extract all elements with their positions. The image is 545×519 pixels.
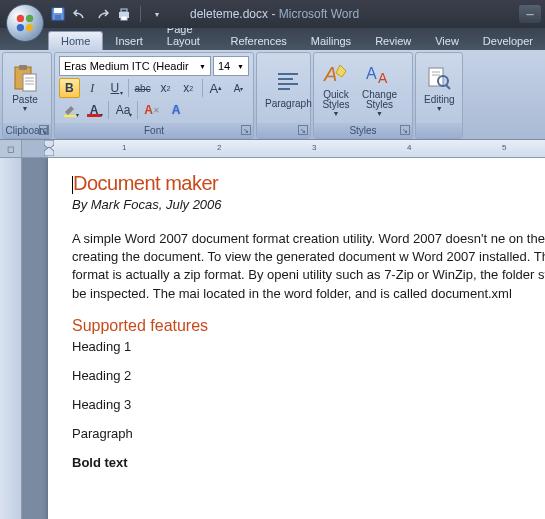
text-effects-button[interactable]: A (165, 100, 187, 120)
svg-rect-9 (121, 16, 127, 20)
minimize-button[interactable]: ─ (519, 5, 541, 23)
svg-line-28 (446, 85, 450, 89)
group-styles: A Quick Styles ▼ AA Change Styles ▼ Styl… (313, 52, 413, 139)
chevron-down-icon: ▼ (22, 105, 29, 112)
doc-byline[interactable]: By Mark Focas, July 2006 (72, 197, 545, 212)
paste-icon (11, 64, 39, 92)
doc-text-line[interactable]: Heading 1 (72, 339, 545, 354)
svg-rect-5 (54, 8, 62, 13)
doc-paragraph[interactable]: A simple Word 2007 document format creat… (72, 230, 545, 303)
chevron-down-icon: ▼ (333, 110, 340, 117)
tab-developer[interactable]: Developer (471, 32, 545, 50)
font-color-button[interactable]: A▾ (83, 100, 105, 120)
grow-font-button[interactable]: A▴ (205, 78, 226, 98)
svg-point-0 (17, 15, 24, 22)
tab-insert[interactable]: Insert (103, 32, 155, 50)
clear-formatting-button[interactable]: A✕ (141, 100, 163, 120)
doc-heading-1[interactable]: Document maker (72, 172, 545, 195)
chevron-down-icon: ▼ (436, 105, 443, 112)
doc-text-line[interactable]: Bold text (72, 455, 545, 470)
group-editing: Editing ▼ (415, 52, 463, 139)
office-button[interactable] (6, 4, 44, 42)
tab-view[interactable]: View (423, 32, 471, 50)
page-container[interactable]: Document maker By Mark Focas, July 2006 … (22, 158, 545, 519)
svg-rect-11 (19, 65, 27, 70)
quick-access-toolbar: ▾ (50, 6, 165, 22)
styles-launcher[interactable]: ↘ (400, 125, 410, 135)
group-label-clipboard: Clipboard↘ (3, 123, 51, 138)
tab-references[interactable]: References (219, 32, 299, 50)
page[interactable]: Document maker By Mark Focas, July 2006 … (48, 158, 545, 519)
group-label-font: Font↘ (55, 123, 253, 138)
tab-mailings[interactable]: Mailings (299, 32, 363, 50)
underline-button[interactable]: U▾ (105, 78, 126, 98)
print-icon[interactable] (116, 6, 132, 22)
title-bar: ▾ deleteme.docx - Microsoft Word ─ (0, 0, 545, 28)
svg-marker-30 (44, 147, 54, 156)
group-label-paragraph: ↘ (257, 123, 310, 138)
paragraph-icon (274, 68, 302, 96)
document-area: ◻ 1 2 3 4 5 Document maker By Mark Focas… (0, 140, 545, 519)
find-icon (425, 64, 453, 92)
chevron-down-icon: ▼ (376, 110, 383, 117)
change-styles-button[interactable]: AA Change Styles ▼ (358, 58, 401, 119)
ribbon-tabs: Home Insert Page Layout References Maili… (0, 28, 545, 50)
qat-customize-icon[interactable]: ▾ (149, 6, 165, 22)
svg-rect-12 (23, 74, 36, 91)
doc-text-line[interactable]: Heading 3 (72, 397, 545, 412)
tab-home[interactable]: Home (48, 31, 103, 50)
group-paragraph: Paragraph ↘ (256, 52, 311, 139)
highlight-button[interactable]: ▾ (59, 100, 81, 120)
paste-button[interactable]: Paste ▼ (7, 62, 43, 114)
horizontal-ruler[interactable]: 1 2 3 4 5 (22, 140, 545, 158)
superscript-button[interactable]: x2 (178, 78, 199, 98)
app-name: Microsoft Word (279, 7, 359, 21)
doc-heading-2[interactable]: Supported features (72, 317, 545, 335)
ruler-corner[interactable]: ◻ (0, 140, 21, 158)
quick-styles-icon: A (322, 60, 350, 88)
file-name: deleteme.docx (190, 7, 268, 21)
save-icon[interactable] (50, 6, 66, 22)
window-title: deleteme.docx - Microsoft Word (190, 7, 359, 21)
quick-styles-button[interactable]: A Quick Styles ▼ (318, 58, 354, 119)
ribbon: Paste ▼ Clipboard↘ Eras Medium ITC (Head… (0, 50, 545, 140)
font-launcher[interactable]: ↘ (241, 125, 251, 135)
group-font: Eras Medium ITC (Headir▼ 14▼ B I U▾ abc … (54, 52, 254, 139)
change-case-button[interactable]: Aa▾ (112, 100, 134, 120)
doc-text-line[interactable]: Heading 2 (72, 368, 545, 383)
font-size-selector[interactable]: 14▼ (213, 56, 249, 76)
svg-point-2 (17, 24, 24, 31)
redo-icon[interactable] (94, 6, 110, 22)
group-label-styles: Styles↘ (314, 123, 412, 138)
vertical-ruler[interactable]: ◻ (0, 140, 22, 519)
svg-text:A: A (366, 65, 377, 82)
svg-rect-6 (55, 15, 61, 20)
svg-text:A: A (378, 70, 388, 86)
strikethrough-button[interactable]: abc (132, 78, 153, 98)
svg-rect-16 (64, 115, 76, 117)
change-styles-icon: AA (366, 60, 394, 88)
svg-rect-8 (121, 9, 127, 12)
editing-button[interactable]: Editing ▼ (420, 62, 459, 114)
italic-button[interactable]: I (82, 78, 103, 98)
bold-button[interactable]: B (59, 78, 80, 98)
undo-icon[interactable] (72, 6, 88, 22)
doc-text-line[interactable]: Paragraph (72, 426, 545, 441)
svg-point-1 (26, 15, 33, 22)
clipboard-launcher[interactable]: ↘ (39, 125, 49, 135)
shrink-font-button[interactable]: A▾ (228, 78, 249, 98)
subscript-button[interactable]: x2 (155, 78, 176, 98)
paragraph-launcher[interactable]: ↘ (298, 125, 308, 135)
svg-point-3 (26, 24, 33, 31)
group-label-editing (416, 123, 462, 138)
group-clipboard: Paste ▼ Clipboard↘ (2, 52, 52, 139)
qat-separator (140, 6, 141, 22)
indent-marker-left[interactable] (44, 140, 54, 156)
window-controls: ─ (519, 5, 541, 23)
paragraph-button[interactable]: Paragraph (261, 66, 316, 111)
svg-text:A: A (323, 63, 337, 85)
tab-review[interactable]: Review (363, 32, 423, 50)
office-logo-icon (14, 12, 36, 34)
font-name-selector[interactable]: Eras Medium ITC (Headir▼ (59, 56, 211, 76)
